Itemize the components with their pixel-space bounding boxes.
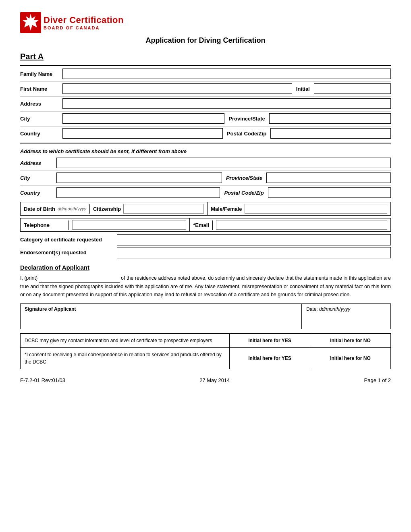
first-name-label: First Name bbox=[20, 86, 62, 92]
address-row: Address bbox=[20, 98, 391, 109]
date-area[interactable] bbox=[306, 312, 386, 326]
consent-row-1: DCBC may give my contact information and… bbox=[21, 334, 391, 348]
page-header: Diver Certification BOARD OF CANADA bbox=[20, 12, 391, 33]
cert-city-label: City bbox=[20, 175, 56, 181]
email-input-cell bbox=[213, 218, 390, 231]
footer-date: 27 May 2014 bbox=[199, 377, 230, 383]
province-state-label: Province/State bbox=[228, 116, 265, 122]
dob-cell: Date of Birth dd/month/yyyy bbox=[21, 204, 90, 214]
page-number: Page 1 of 2 bbox=[364, 377, 391, 383]
org-subtitle: BOARD OF CANADA bbox=[44, 25, 124, 30]
male-female-input[interactable] bbox=[245, 204, 387, 214]
cert-postal-code-label: Postal Code/Zip bbox=[224, 190, 264, 196]
declaration-heading: Declaration of Applicant bbox=[20, 264, 391, 271]
consent-1-text: DCBC may give my contact information and… bbox=[21, 334, 230, 348]
consent-1-no[interactable]: Initial here for NO bbox=[310, 334, 391, 348]
date-placeholder: dd/month/yyyy bbox=[319, 306, 350, 312]
telephone-row: Telephone *Email bbox=[20, 218, 391, 232]
postal-code-label: Postal Code/Zip bbox=[227, 131, 266, 137]
province-state-input[interactable] bbox=[269, 113, 391, 124]
telephone-input-cell bbox=[69, 218, 190, 231]
family-name-input[interactable] bbox=[62, 69, 391, 79]
consent-table: DCBC may give my contact information and… bbox=[20, 333, 391, 369]
form-number: F-7.2-01 Rev:01/03 bbox=[20, 377, 65, 383]
first-name-input[interactable] bbox=[62, 83, 292, 94]
country-postal-row: Country Postal Code/Zip bbox=[20, 128, 391, 139]
cert-address-label: Address bbox=[20, 160, 56, 166]
app-title: Application for Diving Certification bbox=[20, 36, 391, 45]
email-input[interactable] bbox=[216, 220, 387, 230]
date-label: Date: dd/month/yyyy bbox=[306, 306, 386, 312]
declaration-name-blank[interactable] bbox=[39, 274, 120, 283]
cert-city-province-row: City Province/State bbox=[20, 172, 391, 183]
initial-label: Initial bbox=[296, 86, 310, 92]
family-name-row: Family Name bbox=[20, 69, 391, 79]
postal-code-input[interactable] bbox=[270, 128, 391, 139]
citizenship-cell: Citizenship bbox=[90, 202, 208, 215]
family-name-label: Family Name bbox=[20, 71, 62, 77]
category-row: Category of certificate requested bbox=[20, 234, 391, 245]
consent-row-2: *I consent to receiving e-mail correspon… bbox=[21, 348, 391, 369]
cert-province-state-input[interactable] bbox=[266, 172, 391, 183]
consent-2-text: *I consent to receiving e-mail correspon… bbox=[21, 348, 230, 369]
citizenship-label: Citizenship bbox=[93, 206, 121, 212]
signature-box: Signature of Applicant Date: dd/month/yy… bbox=[20, 303, 391, 329]
cert-postal-code-input[interactable] bbox=[268, 187, 391, 198]
dob-placeholder: dd/month/yyyy bbox=[58, 206, 86, 211]
telephone-input[interactable] bbox=[72, 220, 186, 230]
dob-label: Date of Birth bbox=[24, 206, 55, 212]
telephone-label: Telephone bbox=[24, 222, 50, 228]
declaration-text: I, (print) of the residence address note… bbox=[20, 274, 391, 299]
endorsements-input[interactable] bbox=[117, 247, 391, 258]
address-input[interactable] bbox=[62, 98, 391, 109]
endorsements-row: Endorsement(s) requested bbox=[20, 247, 391, 258]
cert-country-label: Country bbox=[20, 190, 56, 196]
part-a-heading: Part A bbox=[20, 52, 391, 61]
category-input[interactable] bbox=[117, 234, 391, 245]
cert-address-input[interactable] bbox=[56, 158, 391, 168]
city-input[interactable] bbox=[62, 113, 224, 124]
male-female-cell: Male/Female bbox=[208, 202, 390, 215]
signature-label: Signature of Applicant bbox=[25, 306, 297, 312]
cert-country-input[interactable] bbox=[56, 187, 220, 198]
cert-city-input[interactable] bbox=[56, 172, 222, 183]
city-label: City bbox=[20, 116, 62, 122]
citizenship-input[interactable] bbox=[123, 204, 204, 214]
dob-citizenship-row: Date of Birth dd/month/yyyy Citizenship … bbox=[20, 202, 391, 216]
city-province-row: City Province/State bbox=[20, 113, 391, 124]
email-label: *Email bbox=[193, 222, 209, 228]
address-label: Address bbox=[20, 101, 62, 107]
endorsements-label: Endorsement(s) requested bbox=[20, 247, 117, 258]
consent-1-yes[interactable]: Initial here for YES bbox=[230, 334, 310, 348]
maple-leaf-icon bbox=[20, 12, 41, 33]
signature-cell: Signature of Applicant bbox=[21, 304, 302, 329]
logo-box: Diver Certification BOARD OF CANADA bbox=[20, 12, 124, 33]
country-input[interactable] bbox=[62, 128, 223, 139]
cert-address-title: Address to which certificate should be s… bbox=[20, 148, 391, 154]
consent-2-yes[interactable]: Initial here for YES bbox=[230, 348, 310, 369]
org-title: Diver Certification bbox=[44, 15, 124, 25]
first-name-row: First Name Initial bbox=[20, 83, 391, 94]
telephone-cell: Telephone bbox=[21, 220, 69, 230]
logo-text: Diver Certification BOARD OF CANADA bbox=[44, 15, 124, 30]
consent-2-no[interactable]: Initial here for NO bbox=[310, 348, 391, 369]
declaration-text-start: I, (print) bbox=[20, 275, 39, 281]
signature-area[interactable] bbox=[25, 312, 297, 326]
cert-country-postal-row: Country Postal Code/Zip bbox=[20, 187, 391, 198]
country-label: Country bbox=[20, 131, 62, 137]
initial-input[interactable] bbox=[314, 83, 391, 94]
male-female-label: Male/Female bbox=[211, 206, 242, 212]
category-label: Category of certificate requested bbox=[20, 234, 117, 245]
date-cell: Date: dd/month/yyyy bbox=[302, 304, 390, 329]
email-label-cell: *Email bbox=[190, 220, 213, 230]
cert-address-row: Address bbox=[20, 158, 391, 168]
cert-province-state-label: Province/State bbox=[226, 175, 262, 181]
